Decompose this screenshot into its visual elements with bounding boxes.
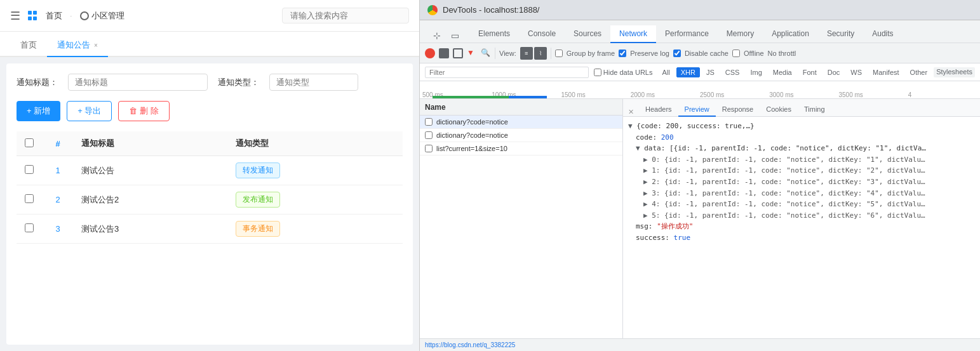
filter-row: 通知标题： 通知类型： (17, 74, 403, 91)
network-filter-input[interactable] (425, 67, 589, 78)
network-request-row[interactable]: dictionary?code=notice (420, 116, 622, 129)
row-type: 事务通知 (228, 215, 403, 244)
hide-data-urls-label: Hide data URLs (603, 69, 653, 76)
network-request-row[interactable]: dictionary?code=notice (420, 129, 622, 142)
title-filter-input[interactable] (68, 74, 208, 91)
content-area: 通知标题： 通知类型： + 新增 + 导出 🗑 删 除 # 通知标题 通知类型 (6, 63, 413, 345)
group-by-frame-checkbox[interactable] (555, 50, 563, 57)
global-search-input[interactable] (282, 8, 409, 23)
stylesheets-label: Stylesheets (934, 67, 975, 77)
filter-chip-manifest[interactable]: Manifest (868, 67, 904, 77)
row-title: 测试公告3 (74, 215, 228, 244)
preview-line: ▶ 1: {id: -1, parentId: -1, code: "notic… (628, 165, 975, 176)
preserve-log-checkbox[interactable] (619, 50, 626, 57)
cursor-icon[interactable]: ⊹ (430, 29, 444, 43)
select-all-checkbox[interactable] (25, 138, 34, 147)
tab-security[interactable]: Security (818, 25, 863, 43)
tab-close-icon[interactable]: × (94, 42, 98, 49)
disable-cache-checkbox[interactable] (673, 50, 681, 57)
request-checkbox[interactable] (425, 131, 433, 139)
hide-data-urls-checkbox[interactable] (594, 69, 601, 76)
request-checkbox[interactable] (425, 145, 433, 152)
tab-sources[interactable]: Sources (565, 25, 610, 43)
filter-chip-other[interactable]: Other (906, 67, 932, 77)
button-row: + 新增 + 导出 🗑 删 除 (17, 101, 403, 121)
type-tag-button[interactable]: 转发通知 (236, 162, 280, 178)
offline-checkbox[interactable] (732, 50, 740, 57)
type-filter-select[interactable] (269, 74, 358, 91)
detail-tab-headers[interactable]: Headers (639, 103, 678, 117)
detail-tab-timing[interactable]: Timing (798, 103, 831, 117)
device-icon[interactable]: ▭ (448, 29, 462, 43)
top-home-link[interactable]: 首页 (46, 10, 62, 22)
tab-audits[interactable]: Audits (863, 25, 902, 43)
add-button[interactable]: + 新增 (17, 101, 60, 121)
group-by-frame-label: Group by frame (567, 50, 615, 57)
tab-performance[interactable]: Performance (656, 25, 718, 43)
request-name: dictionary?code=notice (436, 118, 508, 126)
detail-panel: ✕ HeadersPreviewResponseCookiesTiming ▼ … (623, 99, 980, 338)
preview-line: ▶ 5: {id: -1, parentId: -1, code: "notic… (628, 210, 975, 222)
devtools-title: DevTools - localhost:1888/ (443, 5, 539, 15)
tab-console[interactable]: Console (519, 25, 565, 43)
filter-chip-img[interactable]: Img (746, 67, 766, 77)
filter-chip-media[interactable]: Media (769, 67, 796, 77)
row-id: 1 (42, 156, 74, 185)
top-manage-link[interactable]: 小区管理 (80, 10, 124, 22)
chrome-icon (427, 5, 438, 15)
filter-chip-css[interactable]: CSS (721, 67, 744, 77)
filter-chip-font[interactable]: Font (798, 67, 821, 77)
filter-chip-js[interactable]: JS (702, 67, 719, 77)
view-list-icon[interactable]: ≡ (520, 47, 533, 60)
detail-close-icon[interactable]: ✕ (628, 108, 634, 116)
title-filter-label: 通知标题： (17, 77, 58, 88)
tab-network[interactable]: Network (610, 25, 656, 43)
request-checkbox[interactable] (425, 118, 433, 126)
preview-content: ▼ {code: 200, success: true,…}code: 200▼… (623, 117, 980, 338)
tab-application[interactable]: Application (763, 25, 818, 43)
record-button[interactable] (425, 48, 435, 58)
search-icon[interactable]: 🔍 (481, 48, 491, 58)
col-id: # (42, 131, 74, 156)
detail-tab-preview[interactable]: Preview (678, 103, 716, 117)
filter-icon[interactable]: ▼ (467, 48, 477, 58)
filter-chip-all[interactable]: All (657, 67, 674, 77)
delete-button[interactable]: 🗑 删 除 (118, 101, 169, 121)
preview-line: success: true (628, 232, 975, 244)
export-button[interactable]: + 导出 (67, 101, 112, 121)
view-label: View: (499, 50, 516, 57)
col-checkbox (17, 131, 42, 156)
hide-data-urls-wrapper: Hide data URLs (594, 69, 653, 76)
timeline-label: 1500 ms (561, 91, 631, 98)
network-request-row[interactable]: list?current=1&size=10 (420, 142, 622, 156)
tab-elements[interactable]: Elements (469, 25, 519, 43)
clear-button[interactable] (439, 48, 449, 58)
tab-home[interactable]: 首页 (10, 34, 47, 57)
filter-chip-ws[interactable]: WS (846, 67, 866, 77)
view-waterfall-icon[interactable]: ⌇ (534, 47, 547, 60)
timeline-bar-blue (509, 96, 547, 98)
request-name: dictionary?code=notice (436, 131, 508, 139)
row-checkbox[interactable] (25, 223, 34, 232)
col-type: 通知类型 (228, 131, 403, 156)
filter-chip-xhr[interactable]: XHR (676, 67, 700, 77)
tab-memory[interactable]: Memory (718, 25, 763, 43)
detail-tab-response[interactable]: Response (716, 103, 760, 117)
filter-chip-doc[interactable]: Doc (823, 67, 845, 77)
detail-tab-cookies[interactable]: Cookies (760, 103, 798, 117)
preserve-log-label: Preserve log (630, 50, 669, 57)
tab-notices[interactable]: 通知公告 × (47, 34, 108, 57)
hamburger-icon[interactable]: ☰ (10, 9, 20, 23)
camera-button[interactable] (453, 48, 463, 58)
type-tag-button[interactable]: 事务通知 (236, 221, 280, 237)
type-tag-button[interactable]: 发布通知 (236, 192, 280, 208)
table-row: 3 测试公告3 事务通知 (17, 215, 403, 244)
name-panel-header: Name (420, 99, 622, 116)
top-bar: ☰ 首页 · 小区管理 (0, 0, 419, 32)
preview-line: ▼ {code: 200, success: true,…} (628, 121, 975, 132)
network-toolbar: ▼ 🔍 View: ≡ ⌇ Group by frame Preserve lo… (420, 43, 980, 63)
row-checkbox[interactable] (25, 194, 34, 203)
network-main: Name dictionary?code=notice dictionary?c… (420, 99, 980, 338)
row-checkbox[interactable] (25, 165, 34, 174)
offline-label: Offline (744, 50, 764, 57)
